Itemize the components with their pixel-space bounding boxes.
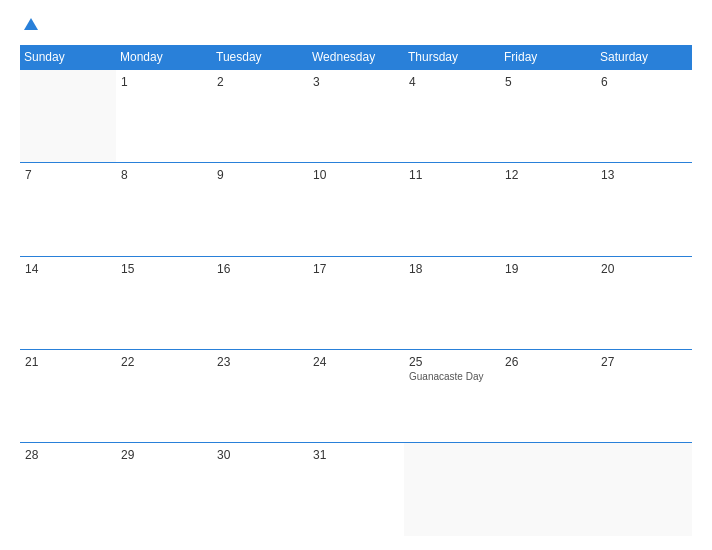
day-number: 4 [409, 75, 495, 89]
week-row: 123456 [20, 70, 692, 163]
day-number: 31 [313, 448, 399, 462]
calendar-cell: 20 [596, 256, 692, 349]
week-row: 78910111213 [20, 163, 692, 256]
day-number: 10 [313, 168, 399, 182]
day-number: 5 [505, 75, 591, 89]
calendar-cell: 29 [116, 443, 212, 536]
week-row: 14151617181920 [20, 256, 692, 349]
calendar-cell: 23 [212, 349, 308, 442]
day-number: 15 [121, 262, 207, 276]
day-header-friday: Friday [500, 45, 596, 70]
day-number: 28 [25, 448, 111, 462]
calendar-cell: 12 [500, 163, 596, 256]
calendar-cell: 8 [116, 163, 212, 256]
calendar-cell: 21 [20, 349, 116, 442]
day-number: 24 [313, 355, 399, 369]
calendar-cell: 16 [212, 256, 308, 349]
calendar-cell: 1 [116, 70, 212, 163]
calendar-cell [20, 70, 116, 163]
day-header-row: SundayMondayTuesdayWednesdayThursdayFrid… [20, 45, 692, 70]
day-number: 20 [601, 262, 687, 276]
calendar-cell: 4 [404, 70, 500, 163]
week-row: 28293031 [20, 443, 692, 536]
calendar-cell [404, 443, 500, 536]
week-row: 2122232425Guanacaste Day2627 [20, 349, 692, 442]
calendar-cell: 19 [500, 256, 596, 349]
calendar-cell: 11 [404, 163, 500, 256]
day-header-saturday: Saturday [596, 45, 692, 70]
calendar-cell: 14 [20, 256, 116, 349]
day-number: 9 [217, 168, 303, 182]
calendar-cell [500, 443, 596, 536]
calendar-cell [596, 443, 692, 536]
day-number: 13 [601, 168, 687, 182]
day-number: 6 [601, 75, 687, 89]
day-number: 17 [313, 262, 399, 276]
day-number: 14 [25, 262, 111, 276]
calendar-cell: 27 [596, 349, 692, 442]
calendar-cell: 7 [20, 163, 116, 256]
day-number: 11 [409, 168, 495, 182]
day-number: 18 [409, 262, 495, 276]
day-number: 23 [217, 355, 303, 369]
day-number: 21 [25, 355, 111, 369]
day-number: 26 [505, 355, 591, 369]
day-number: 12 [505, 168, 591, 182]
day-number: 29 [121, 448, 207, 462]
day-number: 2 [217, 75, 303, 89]
day-header-wednesday: Wednesday [308, 45, 404, 70]
logo-triangle-icon [24, 18, 38, 30]
calendar-cell: 3 [308, 70, 404, 163]
calendar-cell: 22 [116, 349, 212, 442]
day-number: 30 [217, 448, 303, 462]
day-number: 22 [121, 355, 207, 369]
day-header-tuesday: Tuesday [212, 45, 308, 70]
calendar-cell: 9 [212, 163, 308, 256]
calendar-cell: 6 [596, 70, 692, 163]
calendar-cell: 25Guanacaste Day [404, 349, 500, 442]
day-number: 16 [217, 262, 303, 276]
calendar-cell: 31 [308, 443, 404, 536]
calendar-cell: 2 [212, 70, 308, 163]
day-number: 3 [313, 75, 399, 89]
event-label: Guanacaste Day [409, 371, 495, 382]
calendar-cell: 15 [116, 256, 212, 349]
calendar-cell: 17 [308, 256, 404, 349]
calendar-cell: 24 [308, 349, 404, 442]
logo [20, 18, 38, 33]
header [20, 18, 692, 33]
calendar-cell: 26 [500, 349, 596, 442]
day-header-thursday: Thursday [404, 45, 500, 70]
day-header-sunday: Sunday [20, 45, 116, 70]
calendar-cell: 18 [404, 256, 500, 349]
day-header-monday: Monday [116, 45, 212, 70]
day-number: 1 [121, 75, 207, 89]
calendar-page: SundayMondayTuesdayWednesdayThursdayFrid… [0, 0, 712, 550]
day-number: 19 [505, 262, 591, 276]
calendar-cell: 13 [596, 163, 692, 256]
calendar-cell: 5 [500, 70, 596, 163]
calendar-cell: 30 [212, 443, 308, 536]
day-number: 8 [121, 168, 207, 182]
day-number: 7 [25, 168, 111, 182]
day-number: 25 [409, 355, 495, 369]
calendar-cell: 10 [308, 163, 404, 256]
calendar-table: SundayMondayTuesdayWednesdayThursdayFrid… [20, 45, 692, 536]
calendar-cell: 28 [20, 443, 116, 536]
day-number: 27 [601, 355, 687, 369]
